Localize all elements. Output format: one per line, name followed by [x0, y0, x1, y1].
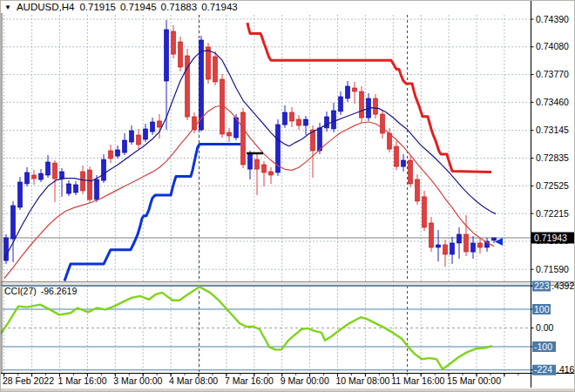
- candle-body: [206, 47, 211, 79]
- price-axis-label: 0.73460: [536, 97, 569, 107]
- price-axis-label: 0.71590: [536, 264, 569, 274]
- candle-body: [409, 160, 413, 184]
- candle-body: [53, 163, 58, 179]
- candle: [186, 49, 190, 120]
- candle-body: [318, 128, 322, 151]
- candle-body: [332, 111, 336, 129]
- candle: [213, 51, 218, 85]
- candle-body: [430, 223, 434, 247]
- candle-body: [172, 31, 176, 54]
- time-axis-label: 15 Mar 00:00: [447, 375, 501, 386]
- cci-level-chip-label: -224: [534, 364, 552, 375]
- time-axis-label: 28 Feb 2022: [3, 375, 54, 386]
- candle-body: [137, 135, 141, 145]
- candle-body: [464, 234, 469, 252]
- cci-level-chip-label: 100: [534, 304, 550, 314]
- cci-axis-label: .4392: [551, 280, 574, 291]
- candle-body: [381, 114, 385, 133]
- chart-canvas[interactable]: 0.743900.740800.737700.734600.731450.728…: [1, 1, 575, 392]
- cci-level-chip-label: 223: [534, 280, 550, 291]
- price-axis-label: 0.74080: [536, 41, 569, 51]
- candle-body: [353, 88, 357, 91]
- candle: [409, 156, 413, 187]
- candle-body: [248, 153, 253, 169]
- price-axis-label: 0.72215: [536, 208, 569, 219]
- candle-body: [102, 159, 106, 180]
- price-axis-label: 0.72525: [536, 180, 569, 191]
- cci-value: -96.2619: [41, 286, 77, 296]
- cci-name: CCI(27): [4, 286, 37, 296]
- candle-body: [81, 172, 85, 191]
- candle-body: [130, 131, 134, 142]
- price-axis-label: 0.73145: [536, 125, 569, 135]
- candle-body: [457, 234, 462, 243]
- time-axis-label: 1 Mar 16:00: [58, 375, 107, 386]
- candle-body: [325, 117, 329, 128]
- candle-body: [32, 175, 37, 179]
- candle-body: [74, 185, 78, 193]
- cci-axis-label: .4167: [557, 364, 575, 375]
- pane-divider[interactable]: [1, 282, 575, 286]
- time-axis-label: 3 Mar 00:00: [113, 375, 162, 386]
- candle-body: [492, 238, 497, 240]
- cci-level-chip-label: -100: [534, 341, 552, 352]
- candle-body: [241, 112, 246, 165]
- ohlc-low: 0.71883: [161, 2, 198, 12]
- candle-body: [478, 243, 483, 247]
- symbol-dropdown-icon[interactable]: ▼: [4, 3, 11, 11]
- candle-body: [123, 140, 127, 152]
- time-axis-label: 7 Mar 16:00: [225, 375, 274, 386]
- candle-body: [109, 151, 113, 159]
- time-axis-label: 9 Mar 00:00: [281, 375, 329, 386]
- price-axis-label: 0.73770: [536, 69, 569, 79]
- candle-body: [304, 119, 308, 125]
- time-axis-label: 11 Mar 16:00: [391, 375, 444, 386]
- symbol-label: AUDUSD,H4: [17, 2, 74, 12]
- candle-body: [179, 42, 183, 67]
- chart-title: ▼AUDUSD,H40.719150.719450.718830.71943: [4, 2, 242, 13]
- current-price-label: 0.71943: [534, 233, 567, 243]
- candle-body: [346, 86, 350, 98]
- price-axis-label: 0.72835: [536, 152, 569, 163]
- candle-body: [436, 245, 441, 247]
- candle-body: [471, 243, 476, 252]
- candle-body: [151, 122, 155, 132]
- cci-indicator-label: CCI(27)-96.2619: [4, 286, 77, 296]
- candle-body: [290, 112, 294, 121]
- candle-body: [213, 57, 218, 82]
- candle-body: [39, 173, 44, 179]
- candle-body: [255, 159, 260, 169]
- time-axis-label: 4 Mar 08:00: [169, 375, 218, 386]
- chart-window: 0.743900.740800.737700.734600.731450.728…: [0, 0, 575, 392]
- candle-body: [158, 121, 162, 127]
- candle-body: [450, 243, 455, 254]
- candle-body: [67, 184, 71, 193]
- candle-body: [388, 133, 392, 149]
- ohlc-open: 0.71915: [79, 2, 116, 12]
- candle-body: [25, 172, 30, 184]
- window-bottom-strip: [1, 389, 575, 392]
- candle-body: [395, 146, 399, 166]
- candle-body: [88, 170, 92, 199]
- ohlc-close: 0.71943: [201, 2, 238, 12]
- candle-body: [46, 162, 51, 175]
- candle-body: [374, 98, 378, 114]
- candle-body: [283, 112, 288, 125]
- candle-body: [18, 182, 23, 207]
- candle: [276, 119, 281, 176]
- candle-body: [60, 172, 64, 179]
- candle-body: [144, 129, 148, 139]
- candle-body: [116, 150, 120, 156]
- candle: [206, 43, 211, 84]
- candle: [18, 177, 23, 210]
- candle-body: [360, 91, 364, 118]
- candle-body: [262, 165, 267, 172]
- candle-body: [269, 172, 274, 175]
- candle-body: [443, 245, 448, 254]
- candle-body: [416, 179, 420, 201]
- price-axis-label: 0.74390: [536, 14, 569, 24]
- candle: [88, 166, 92, 203]
- time-axis-label: 10 Mar 08:00: [336, 375, 390, 386]
- cci-axis-label: 0.00: [536, 322, 554, 333]
- candle: [423, 191, 427, 231]
